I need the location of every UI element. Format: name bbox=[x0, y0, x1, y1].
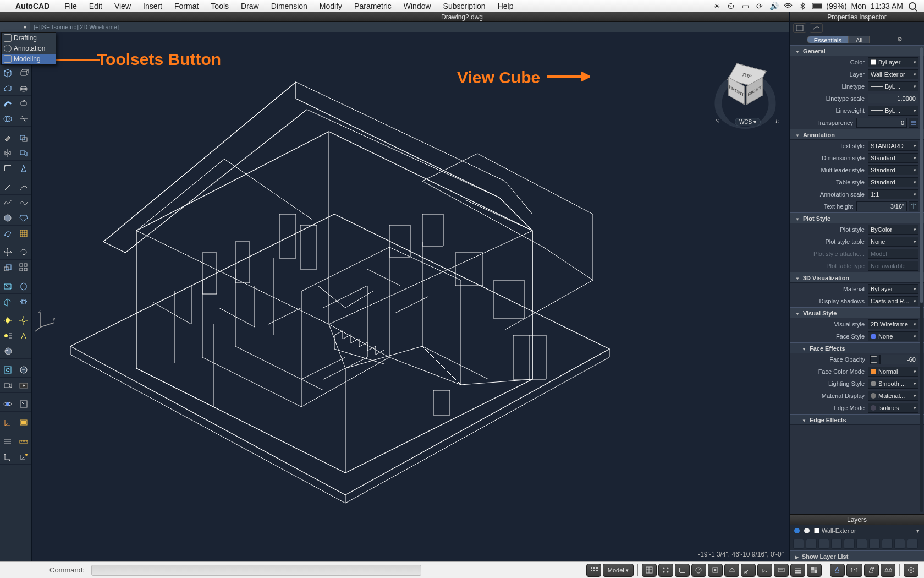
prop-mleader-style[interactable]: Standard bbox=[868, 165, 919, 175]
prop-edge-mode[interactable]: Isolines bbox=[868, 403, 919, 413]
status-snap-icon[interactable] bbox=[642, 564, 657, 577]
properties-tab-icon-2[interactable] bbox=[810, 23, 823, 33]
viewport-label[interactable]: [+][SE Isometric][2D Wireframe] bbox=[30, 24, 119, 30]
menuextra-icon-1[interactable]: ☀ bbox=[712, 2, 722, 10]
tool-fillet-edge[interactable] bbox=[0, 161, 16, 176]
layer-tool-4[interactable] bbox=[831, 539, 842, 549]
status-ortho-icon[interactable] bbox=[675, 564, 690, 577]
tool-presspull[interactable] bbox=[16, 96, 32, 111]
prop-dim-style[interactable]: Standard bbox=[868, 153, 919, 163]
tool-render-crop[interactable] bbox=[0, 362, 16, 377]
menuextra-volume-icon[interactable]: 🔊 bbox=[769, 2, 779, 10]
tool-3dface[interactable] bbox=[0, 226, 16, 241]
status-anno-scale-value[interactable]: 1:1 bbox=[846, 564, 862, 577]
menu-modify[interactable]: Modify bbox=[314, 2, 348, 10]
layer-tool-6[interactable] bbox=[856, 539, 867, 549]
prop-lighting-style[interactable]: Smooth ... bbox=[868, 379, 919, 389]
tool-arc[interactable] bbox=[16, 179, 32, 194]
status-dyn-icon[interactable] bbox=[774, 564, 789, 577]
status-grid-icon[interactable] bbox=[586, 564, 601, 577]
layer-tool-5[interactable] bbox=[844, 539, 855, 549]
menu-format[interactable]: Format bbox=[168, 2, 205, 10]
layer-tool-7[interactable] bbox=[869, 539, 880, 549]
menuextra-sync-icon[interactable]: ⟳ bbox=[755, 2, 765, 10]
prop-material[interactable]: ByLayer bbox=[868, 284, 919, 294]
menuextra-timemachine-icon[interactable]: ⏲ bbox=[726, 2, 736, 10]
tool-revolve[interactable] bbox=[16, 80, 32, 95]
tool-circle[interactable] bbox=[0, 210, 16, 225]
menu-view[interactable]: View bbox=[108, 2, 137, 10]
tool-region[interactable] bbox=[16, 210, 32, 225]
layer-tool-8[interactable] bbox=[882, 539, 893, 549]
tool-measure[interactable] bbox=[16, 434, 32, 449]
tool-sweep[interactable] bbox=[0, 96, 16, 111]
prop-text-style[interactable]: STANDARD bbox=[868, 141, 919, 151]
status-anno-auto-icon[interactable] bbox=[881, 564, 895, 577]
tool-polysolid[interactable] bbox=[0, 80, 16, 95]
layer-tool-1[interactable] bbox=[793, 539, 804, 549]
section-plot[interactable]: Plot Style bbox=[790, 212, 924, 223]
tool-ucs-world[interactable] bbox=[0, 415, 16, 430]
show-layer-list[interactable]: Show Layer List bbox=[790, 550, 924, 561]
properties-scrollbar[interactable] bbox=[920, 47, 923, 512]
tool-taper[interactable] bbox=[16, 161, 32, 176]
section-3d-viz[interactable]: 3D Visualization bbox=[790, 272, 924, 283]
prop-face-style[interactable]: None bbox=[868, 331, 919, 341]
tool-materials[interactable] bbox=[0, 343, 16, 358]
menuextra-bluetooth-icon[interactable] bbox=[798, 2, 807, 10]
section-general[interactable]: General bbox=[790, 45, 924, 56]
menu-tools[interactable]: Tools bbox=[205, 2, 235, 10]
tool-liveSection[interactable] bbox=[0, 294, 16, 309]
menuextra-display-icon[interactable]: ▭ bbox=[740, 2, 750, 10]
tool-section[interactable] bbox=[0, 279, 16, 293]
prop-ltscale[interactable]: 1.0000 bbox=[868, 94, 919, 103]
tool-3dalign[interactable] bbox=[16, 145, 32, 160]
tool-light-glyph[interactable] bbox=[16, 328, 32, 343]
tool-3drotate[interactable] bbox=[16, 244, 32, 259]
status-otrack-icon[interactable] bbox=[741, 564, 756, 577]
clock-time[interactable]: 11:33 AM bbox=[871, 2, 903, 10]
status-lwt-icon[interactable] bbox=[790, 564, 805, 577]
tool-3darray[interactable] bbox=[16, 260, 32, 275]
prop-face-color-mode[interactable]: Normal bbox=[868, 367, 919, 377]
menu-parametric[interactable]: Parametric bbox=[348, 2, 398, 10]
prop-transparency[interactable]: 0 bbox=[856, 118, 907, 128]
tool-polyline[interactable] bbox=[0, 195, 16, 210]
prop-anno-scale[interactable]: 1:1 bbox=[868, 189, 919, 199]
tool-visual-styles[interactable] bbox=[16, 396, 32, 411]
menu-help[interactable]: Help bbox=[492, 2, 520, 10]
tool-sun[interactable] bbox=[16, 313, 32, 328]
filter-all[interactable]: All bbox=[849, 36, 870, 43]
command-input[interactable] bbox=[91, 565, 421, 576]
layer-tool-2[interactable] bbox=[806, 539, 817, 549]
menuextra-wifi-icon[interactable] bbox=[783, 3, 793, 9]
tool-named-views[interactable] bbox=[16, 415, 32, 430]
properties-gear-icon[interactable]: ⚙ bbox=[897, 36, 907, 43]
menu-edit[interactable]: Edit bbox=[83, 2, 108, 10]
app-name[interactable]: AutoCAD bbox=[15, 2, 58, 10]
menu-window[interactable]: Window bbox=[398, 2, 437, 10]
status-transparency-icon[interactable] bbox=[807, 564, 822, 577]
prop-plot-table[interactable]: None bbox=[868, 237, 919, 247]
tool-render[interactable] bbox=[16, 362, 32, 377]
toolset-modeling[interactable]: Modeling bbox=[2, 54, 56, 64]
section-edge-effects[interactable]: Edge Effects bbox=[790, 414, 924, 425]
tool-list[interactable] bbox=[0, 434, 16, 449]
status-workspace-icon[interactable] bbox=[904, 564, 919, 577]
spotlight-icon[interactable] bbox=[908, 2, 917, 10]
layer-visibility-icon[interactable] bbox=[804, 528, 810, 533]
section-face-effects[interactable]: Face Effects bbox=[790, 342, 924, 353]
section-visual-style[interactable]: Visual Style bbox=[790, 307, 924, 318]
drawing-canvas[interactable]: z y S E TOP FRONT RIGHT WCS -19'-1 3/4",… bbox=[32, 32, 789, 561]
toolset-drafting[interactable]: Drafting bbox=[2, 33, 56, 43]
status-osnap-icon[interactable] bbox=[708, 564, 723, 577]
menu-file[interactable]: File bbox=[58, 2, 83, 10]
tool-mesh[interactable] bbox=[16, 294, 32, 309]
prop-plot-style[interactable]: ByColor bbox=[868, 225, 919, 235]
tool-line[interactable] bbox=[0, 179, 16, 194]
toolset-dropdown-button[interactable] bbox=[0, 22, 30, 32]
status-polar-icon[interactable] bbox=[691, 564, 706, 577]
tool-spline[interactable] bbox=[16, 195, 32, 210]
prop-lineweight[interactable]: ByL... bbox=[868, 106, 919, 116]
tool-constrained-orbit[interactable] bbox=[0, 396, 16, 411]
